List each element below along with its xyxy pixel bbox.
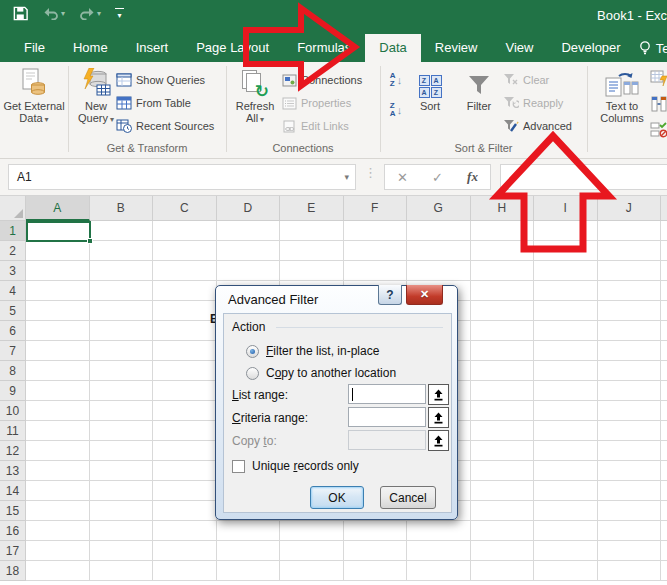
column-header-C[interactable]: C [153,196,217,221]
cell-A16[interactable] [26,521,90,541]
filter-button[interactable]: Filter [457,64,501,140]
cell-partial12[interactable] [661,441,667,461]
cell-D2[interactable] [217,241,281,261]
cell-J11[interactable] [598,421,662,441]
cell-J18[interactable] [598,561,662,581]
sort-descending-button[interactable]: ZA ↓ [385,99,407,121]
cell-F18[interactable] [344,561,408,581]
cell-H11[interactable] [471,421,535,441]
cell-H1[interactable] [471,221,535,241]
reapply-filter-button[interactable]: Reapply [503,93,563,113]
cell-partial13[interactable] [661,461,667,481]
cell-F2[interactable] [344,241,408,261]
cell-H6[interactable] [471,321,535,341]
cell-A11[interactable] [26,421,90,441]
cell-H13[interactable] [471,461,535,481]
cell-J6[interactable] [598,321,662,341]
cell-A10[interactable] [26,401,90,421]
cell-J10[interactable] [598,401,662,421]
cell-A7[interactable] [26,341,90,361]
cell-partial7[interactable] [661,341,667,361]
tab-data[interactable]: Data [365,34,420,62]
cell-partial8[interactable] [661,361,667,381]
cell-E2[interactable] [280,241,344,261]
cancel-button[interactable]: Cancel [380,486,436,509]
connections-button[interactable]: Connections [282,70,362,90]
cell-partial18[interactable] [661,561,667,581]
cell-partial2[interactable] [661,241,667,261]
cell-B5[interactable] [90,301,154,321]
cell-A6[interactable] [26,321,90,341]
cell-I14[interactable] [534,481,598,501]
formula-bar-handle[interactable]: ⋮ [364,165,377,180]
undo-button[interactable]: ▾ [43,7,65,20]
tell-me-box[interactable]: Tell m [639,34,667,62]
criteria-range-input[interactable] [348,407,426,427]
cell-E1[interactable] [280,221,344,241]
insert-function-button[interactable]: fx [467,169,478,185]
cell-C9[interactable] [153,381,217,401]
cell-C5[interactable] [153,301,217,321]
cell-E16[interactable] [280,521,344,541]
new-query-button[interactable]: New Query▾ [74,64,118,140]
column-header-H[interactable]: H [471,196,535,221]
cell-partial14[interactable] [661,481,667,501]
ok-button[interactable]: OK [310,486,364,509]
cell-G3[interactable] [407,261,471,281]
cell-I2[interactable] [534,241,598,261]
flash-fill-button[interactable] [648,67,667,89]
cell-H8[interactable] [471,361,535,381]
cell-partial16[interactable] [661,521,667,541]
cell-A18[interactable] [26,561,90,581]
column-header-A[interactable]: A [26,196,90,221]
cell-D18[interactable] [217,561,281,581]
cancel-formula-button[interactable]: ✕ [397,170,408,185]
row-header-12[interactable]: 12 [0,441,26,461]
row-header-1[interactable]: 1 [0,221,26,241]
copy-to-collapse-button[interactable] [428,430,449,451]
enter-formula-button[interactable]: ✓ [432,170,443,185]
row-header-2[interactable]: 2 [0,241,26,261]
row-header-8[interactable]: 8 [0,361,26,381]
radio-filter-in-place[interactable]: Filter the list, in-place [246,344,379,358]
cell-C2[interactable] [153,241,217,261]
cell-E18[interactable] [280,561,344,581]
tab-page-layout[interactable]: Page Layout [182,34,283,62]
remove-duplicates-button[interactable] [648,93,667,115]
cell-A2[interactable] [26,241,90,261]
cell-B11[interactable] [90,421,154,441]
cell-D16[interactable] [217,521,281,541]
dialog-help-button[interactable]: ? [378,285,402,305]
refresh-all-button[interactable]: ↻ Refresh All▾ [232,64,278,140]
cell-B10[interactable] [90,401,154,421]
tab-insert[interactable]: Insert [122,34,183,62]
cell-B14[interactable] [90,481,154,501]
row-header-13[interactable]: 13 [0,461,26,481]
cell-A12[interactable] [26,441,90,461]
cell-G2[interactable] [407,241,471,261]
cell-C6[interactable] [153,321,217,341]
cell-E17[interactable] [280,541,344,561]
cell-C15[interactable] [153,501,217,521]
cell-C12[interactable] [153,441,217,461]
cell-J17[interactable] [598,541,662,561]
cell-A14[interactable] [26,481,90,501]
cell-I12[interactable] [534,441,598,461]
cell-C11[interactable] [153,421,217,441]
row-header-7[interactable]: 7 [0,341,26,361]
cell-H12[interactable] [471,441,535,461]
tab-home[interactable]: Home [59,34,122,62]
cell-J1[interactable] [598,221,662,241]
sort-ascending-button[interactable]: AZ ↓ [385,69,407,91]
cell-I9[interactable] [534,381,598,401]
cell-G16[interactable] [407,521,471,541]
cell-A8[interactable] [26,361,90,381]
cell-D3[interactable] [217,261,281,281]
tab-formulas[interactable]: Formulas [283,34,365,62]
row-header-16[interactable]: 16 [0,521,26,541]
cell-B16[interactable] [90,521,154,541]
row-header-6[interactable]: 6 [0,321,26,341]
column-header-B[interactable]: B [90,196,154,221]
cell-B8[interactable] [90,361,154,381]
cell-I8[interactable] [534,361,598,381]
